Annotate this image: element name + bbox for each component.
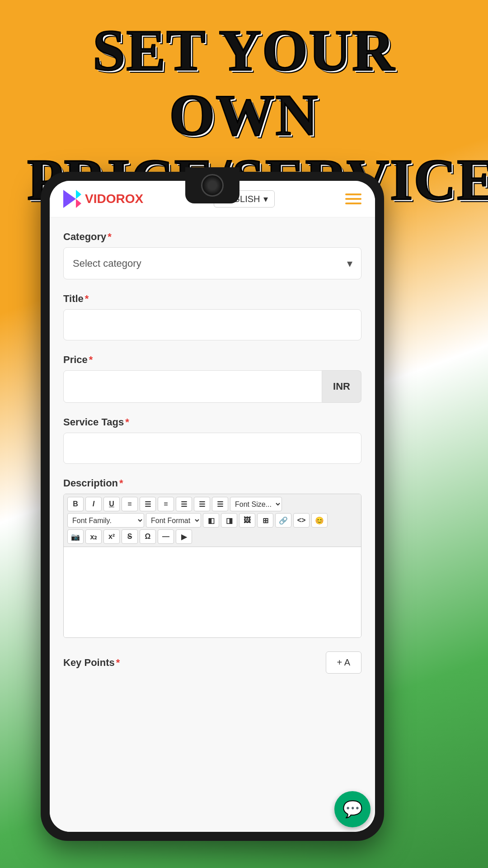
chat-icon: 💬 [343,800,363,819]
logo-area: VIDOROX [63,190,143,208]
category-select[interactable]: Select category Technology Design Market… [63,247,361,279]
svg-marker-2 [76,199,81,208]
hamburger-line-3 [345,203,361,204]
emoji-button[interactable]: 😊 [311,513,328,528]
subscript-button[interactable]: x₂ [85,529,102,544]
insert-table-button[interactable]: ⊞ [257,513,273,528]
toolbar-row-2: Font Family. ArialGeorgiaTimes New Roman… [67,513,357,528]
svg-marker-0 [63,190,76,208]
camera-lens [201,174,224,197]
special-char-button[interactable]: Ω [140,529,156,544]
italic-button[interactable]: I [85,497,102,511]
title-input[interactable] [63,309,361,340]
key-points-group: Key Points* + A [63,651,361,674]
list-unordered-button[interactable]: ☰ [212,497,228,511]
align-right2-button[interactable]: ◨ [221,513,237,528]
hamburger-line-1 [345,193,361,195]
align-center-button[interactable]: ☰ [140,497,156,511]
service-tags-group: Service Tags* [63,416,361,464]
price-group: Price* INR [63,354,361,403]
code-button[interactable]: <> [293,513,310,528]
description-group: Description* B I U ≡ ☰ ≡ ☰ ☰ [63,477,361,638]
rich-text-editor: B I U ≡ ☰ ≡ ☰ ☰ ☰ Font Size... 8px10px12… [63,494,361,638]
phone-screen: VIDOROX ENGLISH ▾ Category* [50,181,375,832]
chat-fab-button[interactable]: 💬 [334,791,371,827]
key-points-label: Key Points* [63,657,120,669]
form-content: Category* Select category Technology Des… [50,217,375,832]
hamburger-menu-button[interactable] [345,193,361,204]
hr-button[interactable]: — [158,529,174,544]
superscript-button[interactable]: x² [103,529,120,544]
toolbar-row-3: 📷 x₂ x² S Ω — ▶ [67,529,357,544]
hamburger-line-2 [345,198,361,200]
insert-link-button[interactable]: 🔗 [275,513,291,528]
font-size-select[interactable]: Font Size... 8px10px12px14px 16px18px24p… [230,497,282,511]
logo-text: VIDOROX [85,192,143,206]
description-label: Description* [63,477,361,489]
logo-icon [63,190,81,208]
service-tags-label: Service Tags* [63,416,361,428]
toolbar-row-1: B I U ≡ ☰ ≡ ☰ ☰ ☰ Font Size... 8px10px12… [67,497,357,511]
font-family-select[interactable]: Font Family. ArialGeorgiaTimes New Roman [67,513,144,528]
align-right-button[interactable]: ≡ [158,497,174,511]
justify-button[interactable]: ☰ [176,497,192,511]
phone-frame: VIDOROX ENGLISH ▾ Category* [41,172,384,841]
camera-bump [185,167,239,203]
list-ordered-button[interactable]: ☰ [194,497,210,511]
category-group: Category* Select category Technology Des… [63,231,361,279]
align-left2-button[interactable]: ◧ [203,513,219,528]
language-arrow-icon: ▾ [263,193,268,204]
align-left-button[interactable]: ≡ [122,497,138,511]
category-select-wrapper: Select category Technology Design Market… [63,247,361,279]
price-input[interactable] [63,370,322,403]
strikethrough-button[interactable]: S [122,529,138,544]
add-key-point-button[interactable]: + A [326,651,361,674]
insert-image-button[interactable]: 🖼 [239,513,255,528]
media-button[interactable]: ▶ [176,529,192,544]
svg-marker-1 [76,190,81,199]
bold-button[interactable]: B [67,497,84,511]
font-format-select[interactable]: Font Format NormalHeading 1Heading 2 [146,513,201,528]
price-label: Price* [63,354,361,366]
description-editor-body[interactable] [64,547,361,637]
editor-toolbar: B I U ≡ ☰ ≡ ☰ ☰ ☰ Font Size... 8px10px12… [64,494,361,547]
currency-badge: INR [322,370,361,403]
service-tags-input[interactable] [63,433,361,464]
title-label: Title* [63,293,361,305]
image2-button[interactable]: 📷 [67,529,84,544]
category-label: Category* [63,231,361,243]
underline-button[interactable]: U [103,497,120,511]
price-wrapper: INR [63,370,361,403]
title-group: Title* [63,293,361,340]
